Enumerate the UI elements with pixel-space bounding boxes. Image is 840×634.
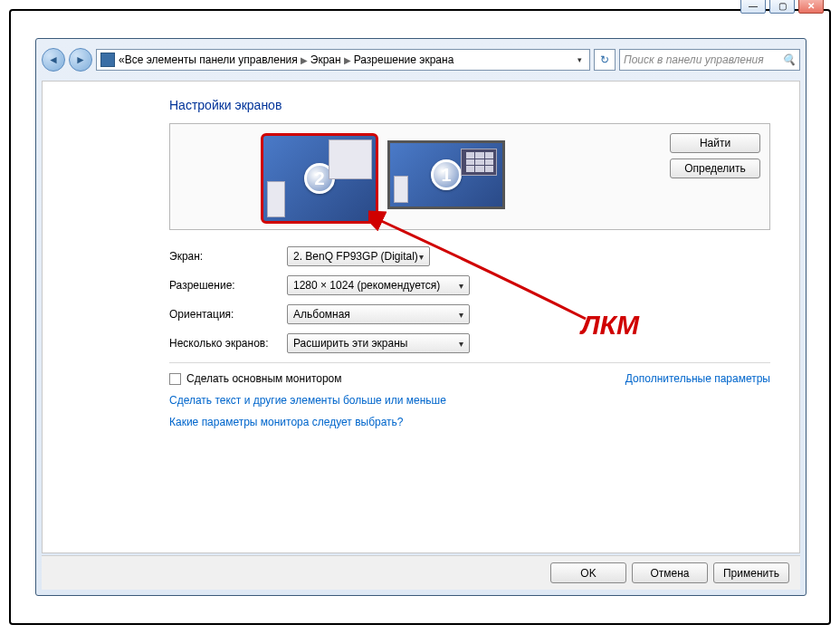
maximize-button[interactable]: ▢: [769, 0, 795, 14]
orientation-label: Ориентация:: [169, 308, 287, 321]
forward-button[interactable]: ►: [69, 48, 92, 72]
minimize-button[interactable]: —: [740, 0, 766, 14]
outer-frame: — ▢ ✕ ◄ ► « Все элементы панели управлен…: [9, 9, 831, 625]
monitor-arrangement-area[interactable]: Найти Определить 2 1: [169, 123, 770, 230]
monitor-1[interactable]: 1: [387, 140, 505, 209]
search-input[interactable]: Поиск в панели управления 🔍: [619, 49, 800, 71]
orientation-select[interactable]: Альбомная: [287, 304, 470, 324]
divider: [169, 362, 770, 363]
window-controls: — ▢ ✕: [740, 0, 824, 14]
multiple-displays-select[interactable]: Расширить эти экраны: [287, 333, 470, 353]
monitor-decoration: [466, 152, 493, 172]
find-button[interactable]: Найти: [670, 133, 760, 153]
make-primary-label: Сделать основным монитором: [186, 372, 342, 385]
resolution-select[interactable]: 1280 × 1024 (рекомендуется): [287, 275, 470, 295]
apply-button[interactable]: Применить: [713, 562, 789, 583]
search-placeholder: Поиск в панели управления: [624, 53, 764, 66]
monitor-decoration: [329, 139, 372, 179]
advanced-settings-link[interactable]: Дополнительные параметры: [625, 372, 770, 385]
breadcrumb-item[interactable]: Экран: [310, 53, 341, 66]
screen-select[interactable]: 2. BenQ FP93GP (Digital): [287, 246, 430, 266]
chevron-right-icon: ▶: [344, 55, 351, 65]
address-bar[interactable]: « Все элементы панели управления ▶ Экран…: [96, 49, 590, 71]
control-panel-icon: [100, 53, 115, 67]
dialog-button-bar: OK Отмена Применить: [42, 555, 800, 590]
identify-button[interactable]: Определить: [670, 158, 760, 178]
screen-label: Экран:: [169, 250, 287, 263]
resolution-label: Разрешение:: [169, 279, 287, 292]
breadcrumb-item[interactable]: Все элементы панели управления: [125, 53, 298, 66]
back-button[interactable]: ◄: [42, 48, 65, 72]
which-settings-link[interactable]: Какие параметры монитора следует выбрать…: [169, 416, 770, 428]
address-dropdown-icon[interactable]: ▾: [574, 55, 586, 64]
monitor-number-badge: 1: [431, 159, 462, 190]
breadcrumb-item[interactable]: Разрешение экрана: [354, 53, 454, 66]
close-button[interactable]: ✕: [798, 0, 824, 14]
ok-button[interactable]: OK: [550, 562, 626, 583]
content-area: Настройки экранов Найти Определить 2 1: [42, 81, 800, 553]
multiple-displays-label: Несколько экранов:: [169, 337, 287, 350]
refresh-button[interactable]: ↻: [594, 49, 616, 71]
monitor-decoration: [394, 176, 408, 203]
search-icon[interactable]: 🔍: [782, 53, 796, 66]
cancel-button[interactable]: Отмена: [632, 562, 708, 583]
text-size-link[interactable]: Сделать текст и другие элементы больше и…: [169, 394, 770, 407]
chevron-right-icon: ▶: [301, 55, 308, 65]
breadcrumb-prefix: «: [119, 53, 125, 66]
monitor-2[interactable]: 2: [261, 133, 378, 224]
monitor-decoration: [267, 181, 285, 217]
navigation-bar: ◄ ► « Все элементы панели управления ▶ Э…: [42, 44, 800, 75]
make-primary-checkbox[interactable]: [169, 373, 181, 385]
page-title: Настройки экранов: [169, 98, 770, 112]
window: ◄ ► « Все элементы панели управления ▶ Э…: [35, 38, 807, 596]
